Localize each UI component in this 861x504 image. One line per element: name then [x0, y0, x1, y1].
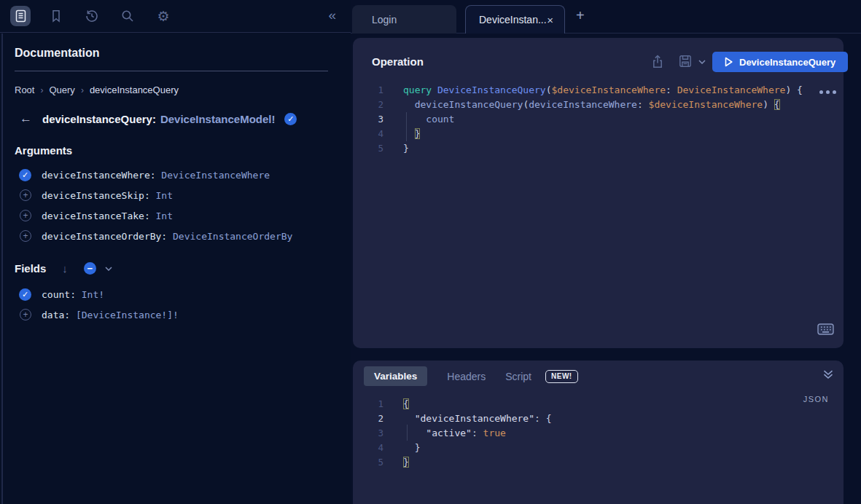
field-row-type: [DeviceInstance!]! — [70, 310, 179, 320]
code-line: 3 "active": true — [353, 426, 844, 441]
breadcrumb-item[interactable]: Query — [49, 84, 74, 95]
add-plus-icon[interactable]: + — [20, 230, 31, 242]
close-tab-icon[interactable]: × — [547, 15, 553, 25]
code-line: 4 } — [353, 127, 844, 141]
back-arrow-icon[interactable]: ← — [20, 111, 32, 126]
code-line: 2 deviceInstanceQuery(deviceInstanceWher… — [353, 98, 844, 112]
collapse-sidebar-icon[interactable]: « — [328, 7, 335, 23]
arguments-heading: Arguments — [15, 144, 72, 157]
argument-row[interactable]: +deviceInstanceOrderBy: DeviceInstanceOr… — [19, 226, 343, 246]
argument-row-type: Int — [150, 210, 173, 221]
selected-check-icon[interactable]: ✓ — [284, 113, 297, 125]
search-icon — [121, 9, 134, 23]
save-icon[interactable] — [679, 55, 692, 68]
token-str: "active" — [426, 428, 472, 438]
collapse-panel-double-chevron-icon[interactable] — [823, 370, 833, 379]
field-row-name: count: — [42, 289, 76, 300]
line-number: 3 — [353, 426, 383, 441]
token-mb: { — [403, 398, 409, 409]
argument-row-name: deviceInstanceTake: — [42, 210, 150, 221]
code-line: 3 count — [353, 112, 844, 127]
query-tab-bar: Login DeviceInstan... × + — [351, 0, 861, 34]
code-line: 5} — [353, 141, 844, 156]
breadcrumb: Root›Query›deviceInstanceQuery — [15, 84, 179, 95]
doc-field-name: deviceInstanceQuery: — [42, 113, 156, 125]
code-content: { — [403, 397, 409, 412]
argument-row-type: Int — [150, 190, 173, 201]
share-icon[interactable] — [651, 55, 664, 68]
add-plus-icon[interactable]: + — [20, 309, 31, 320]
divider — [15, 71, 328, 71]
argument-row-name: deviceInstanceOrderBy: — [42, 231, 167, 242]
line-number: 2 — [353, 412, 383, 426]
code-line: 5} — [353, 455, 844, 470]
token-pn: ) — [763, 99, 774, 110]
token-fld: deviceInstanceWhere — [529, 99, 637, 110]
tab-script[interactable]: Script — [505, 371, 531, 382]
line-number: 2 — [353, 98, 383, 112]
argument-row-type: DeviceInstanceWhere — [156, 170, 270, 181]
save-options-chevron-icon[interactable] — [698, 60, 706, 64]
docs-icon — [15, 9, 27, 23]
add-plus-icon[interactable]: + — [20, 189, 31, 201]
token-pn: } — [403, 442, 420, 453]
new-tab-icon[interactable]: + — [576, 7, 585, 24]
field-row[interactable]: +data: [DeviceInstance!]! — [19, 304, 343, 325]
breadcrumb-item[interactable]: deviceInstanceQuery — [90, 84, 179, 95]
argument-row-type: DeviceInstanceOrderBy — [167, 231, 292, 242]
token-pn — [403, 413, 415, 424]
code-content: } — [403, 141, 409, 156]
argument-row[interactable]: +deviceInstanceSkip: Int — [19, 185, 343, 205]
argument-row[interactable]: ✓deviceInstanceWhere: DeviceInstanceWher… — [19, 165, 343, 185]
graphql-query-editor[interactable]: 1query DeviceInstanceQuery($deviceInstan… — [353, 83, 844, 156]
indent-guide — [406, 112, 407, 141]
line-number: 3 — [353, 112, 383, 127]
code-content: "deviceInstanceWhere": { — [403, 412, 552, 426]
code-line: 1{ — [353, 397, 844, 412]
bookmarks-icon-button[interactable] — [46, 6, 66, 26]
token-pn: : — [472, 428, 483, 438]
indent-guide — [407, 425, 408, 441]
tab-active-label: DeviceInstan... — [479, 14, 547, 25]
tab-device-instance-query[interactable]: DeviceInstan... × — [465, 5, 565, 34]
sort-down-icon[interactable]: ↓ — [62, 262, 68, 275]
deselect-all-minus-icon[interactable]: − — [84, 262, 96, 275]
code-content: deviceInstanceQuery(deviceInstanceWhere:… — [403, 98, 780, 112]
field-row-name: data: — [42, 310, 70, 320]
token-var: $deviceInstanceWhere — [649, 99, 763, 110]
keyboard-shortcuts-icon[interactable] — [817, 323, 834, 335]
add-plus-icon[interactable]: + — [20, 210, 31, 221]
history-icon-button[interactable] — [82, 6, 102, 26]
tab-login-label: Login — [372, 14, 397, 25]
more-options-icon[interactable] — [819, 90, 836, 94]
argument-row-name: deviceInstanceSkip: — [42, 190, 150, 201]
token-pn: : — [666, 84, 677, 95]
chevron-down-icon[interactable] — [105, 267, 112, 271]
token-var: $deviceInstanceWhere — [552, 84, 666, 95]
field-row[interactable]: ✓count: Int! — [19, 284, 343, 304]
operation-panel: Operation DeviceInstanceQuery 1query Dev… — [353, 38, 844, 348]
doc-field-heading: ← deviceInstanceQuery: DeviceInstanceMod… — [20, 111, 297, 126]
code-line: 4 } — [353, 441, 844, 455]
breadcrumb-item[interactable]: Root — [15, 84, 34, 95]
settings-icon-button[interactable]: ⚙ — [153, 6, 174, 26]
gear-icon: ⚙ — [157, 8, 169, 25]
tab-variables[interactable]: Variables — [364, 366, 427, 386]
new-badge: NEW! — [545, 370, 578, 383]
argument-row[interactable]: +deviceInstanceTake: Int — [19, 205, 343, 226]
selected-check-icon[interactable]: ✓ — [19, 169, 31, 181]
search-icon-button[interactable] — [117, 6, 138, 26]
code-content: } — [403, 455, 409, 470]
tab-login[interactable]: Login — [352, 5, 456, 34]
code-line: 2 "deviceInstanceWhere": { — [353, 412, 844, 426]
tab-headers[interactable]: Headers — [447, 371, 486, 382]
token-pn: : — [637, 99, 649, 110]
run-query-label: DeviceInstanceQuery — [739, 57, 835, 68]
doc-field-type[interactable]: DeviceInstanceModel! — [160, 113, 276, 125]
token-str: "deviceInstanceWhere" — [415, 413, 534, 424]
run-query-button[interactable]: DeviceInstanceQuery — [712, 52, 848, 72]
docs-icon-button[interactable] — [10, 6, 31, 26]
selected-check-icon[interactable]: ✓ — [19, 288, 31, 301]
token-type: DeviceInstanceWhere — [677, 84, 786, 95]
variables-json-editor[interactable]: 1{2 "deviceInstanceWhere": {3 "active": … — [353, 397, 844, 470]
